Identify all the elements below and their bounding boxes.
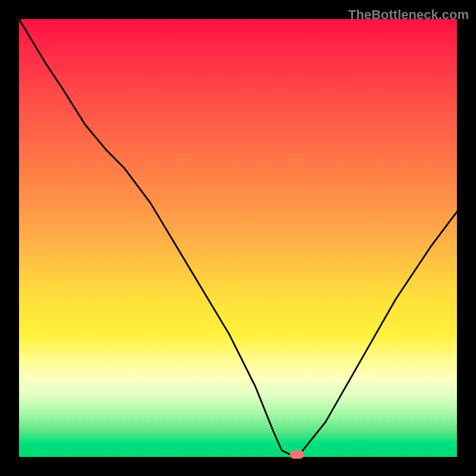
optimal-marker bbox=[290, 450, 304, 459]
curve-path bbox=[19, 19, 457, 455]
attribution-text: TheBottleneck.com bbox=[348, 7, 469, 23]
chart-container: TheBottleneck.com bbox=[0, 0, 476, 476]
bottleneck-curve bbox=[19, 19, 457, 457]
plot-gradient-area bbox=[19, 19, 457, 457]
